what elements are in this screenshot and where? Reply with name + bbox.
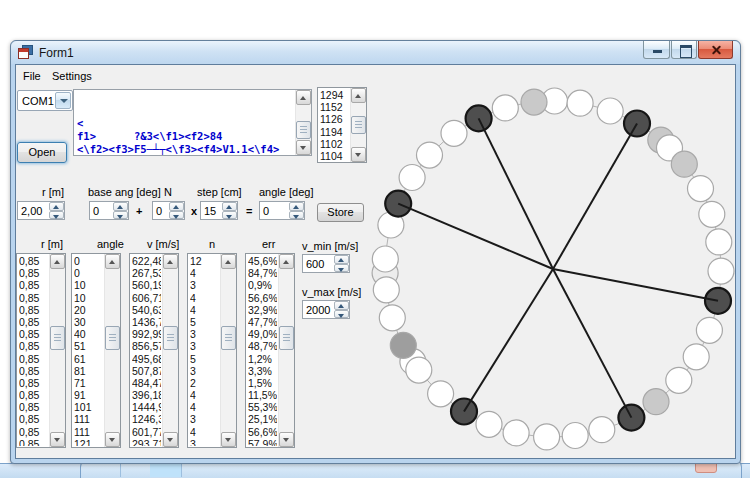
scroll-down-button[interactable]	[163, 432, 178, 447]
scroll-up-button[interactable]	[50, 254, 65, 269]
maximize-button[interactable]	[671, 41, 697, 59]
list-item[interactable]: 3	[190, 365, 219, 377]
base-ang-spinner[interactable]: 0	[89, 201, 129, 220]
spin-up-button[interactable]	[49, 202, 64, 211]
scroll-down-button[interactable]	[296, 140, 311, 155]
list-item[interactable]: 51	[74, 340, 103, 352]
scrollbar-thumb[interactable]	[279, 326, 294, 350]
scroll-up-button[interactable]	[221, 254, 236, 269]
list-item[interactable]: 0,85	[19, 413, 48, 425]
list-item[interactable]: 20	[74, 304, 103, 316]
list-item[interactable]: 856,57	[132, 340, 161, 352]
list-item[interactable]: 40	[74, 328, 103, 340]
list-item[interactable]: 606,71	[132, 292, 161, 304]
list-item[interactable]: 4	[190, 401, 219, 413]
r-listbox[interactable]: 0,850,850,850,850,850,850,850,850,850,85…	[16, 253, 66, 448]
list-item[interactable]: 396,18	[132, 389, 161, 401]
list-item[interactable]: 1246,3	[132, 413, 161, 425]
list-item[interactable]: 84,7%	[248, 267, 277, 279]
scroll-down-button[interactable]	[50, 432, 65, 447]
list-item[interactable]: 0,85	[19, 340, 48, 352]
list-item[interactable]: 3,3%	[248, 365, 277, 377]
spin-down-button[interactable]	[169, 211, 184, 220]
list-item[interactable]: 0,85	[19, 353, 48, 365]
list-item[interactable]: 507,87	[132, 365, 161, 377]
list-item[interactable]: 3	[190, 340, 219, 352]
list-item[interactable]: 5	[190, 353, 219, 365]
spin-down-button[interactable]	[113, 211, 128, 220]
scroll-up-button[interactable]	[105, 254, 120, 269]
list-item[interactable]: 3	[190, 413, 219, 425]
list-item[interactable]: 5	[190, 316, 219, 328]
list-item[interactable]: 55,3%	[248, 401, 277, 413]
list-item[interactable]: 0,85	[19, 279, 48, 291]
scrollbar-thumb[interactable]	[50, 326, 65, 350]
open-button[interactable]: Open	[17, 142, 67, 163]
list-item[interactable]: 2	[190, 377, 219, 389]
r-scrollbar[interactable]	[49, 254, 65, 447]
list-item[interactable]: <	[77, 117, 292, 130]
v-scrollbar[interactable]	[162, 254, 178, 447]
list-item[interactable]: 32,9%	[248, 304, 277, 316]
list-item[interactable]: 601,77	[132, 426, 161, 438]
list-item[interactable]: 12	[190, 255, 219, 267]
list-item[interactable]: 56,6%	[248, 426, 277, 438]
menu-item-file[interactable]: File	[19, 69, 45, 83]
list-item[interactable]: 56,6%	[248, 292, 277, 304]
list-item[interactable]: 3	[190, 279, 219, 291]
list-item[interactable]: 1436,7	[132, 316, 161, 328]
n-scrollbar[interactable]	[220, 254, 236, 447]
scroll-down-button[interactable]	[221, 432, 236, 447]
list-item[interactable]: 4	[190, 426, 219, 438]
list-item[interactable]: 0	[74, 267, 103, 279]
list-item[interactable]: 293,71	[132, 438, 161, 446]
scrollbar-thumb[interactable]	[105, 326, 120, 350]
scroll-up-button[interactable]	[163, 254, 178, 269]
list-item[interactable]: 3	[190, 328, 219, 340]
list-item[interactable]: 0	[74, 255, 103, 267]
list-item[interactable]: 484,47	[132, 377, 161, 389]
list-item[interactable]: 30	[74, 316, 103, 328]
v-listbox[interactable]: 622,48267,53560,19606,71540,631436,7992,…	[129, 253, 179, 448]
scrollbar-thumb[interactable]	[296, 121, 311, 139]
angle-spinner[interactable]: 0	[259, 201, 305, 220]
list-item[interactable]: 495,68	[132, 353, 161, 365]
r-spinner[interactable]: 2,00	[17, 201, 65, 220]
list-item[interactable]: 81	[74, 365, 103, 377]
list-item[interactable]: 0,85	[19, 267, 48, 279]
scrollbar-thumb[interactable]	[221, 326, 236, 350]
list-item[interactable]: 0,9%	[248, 279, 277, 291]
angle-listbox[interactable]: 0010102030405161817191101111111121	[71, 253, 121, 448]
list-item[interactable]: <\f2><f3>F5─┴┬<\f3><f4>V1.1<\f4>	[77, 143, 292, 156]
scroll-up-button[interactable]	[279, 254, 294, 269]
err-listbox[interactable]: 45,6%84,7%0,9%56,6%32,9%47,7%49,0%48,7%1…	[245, 253, 295, 448]
list-item[interactable]: 4	[190, 389, 219, 401]
scroll-down-button[interactable]	[279, 432, 294, 447]
chevron-down-icon[interactable]	[55, 92, 71, 109]
scroll-down-button[interactable]	[105, 432, 120, 447]
list-item[interactable]: 0,85	[19, 292, 48, 304]
list-item[interactable]: 0,85	[19, 438, 48, 446]
spin-up-button[interactable]	[113, 202, 128, 211]
list-item[interactable]: 10	[74, 279, 103, 291]
list-item[interactable]: 3	[190, 438, 219, 446]
n-listbox[interactable]: 12434453353244343	[187, 253, 237, 448]
spin-up-button[interactable]	[289, 202, 304, 211]
list-item[interactable]: 560,19	[132, 279, 161, 291]
minimize-button[interactable]	[643, 41, 670, 59]
spin-down-button[interactable]	[222, 211, 237, 220]
title-bar[interactable]: Form1	[11, 41, 740, 64]
list-item[interactable]: 10	[74, 292, 103, 304]
list-item[interactable]: 0,85	[19, 365, 48, 377]
list-item[interactable]: 121	[74, 438, 103, 446]
list-item[interactable]: 1,2%	[248, 353, 277, 365]
spin-down-button[interactable]	[49, 211, 64, 220]
scroll-up-button[interactable]	[296, 90, 311, 105]
terminal-scrollbar[interactable]	[295, 90, 311, 155]
list-item[interactable]: 57,9%	[248, 438, 277, 446]
serial-terminal[interactable]: <f1> ?&3<\f1><f2>84<\f2><f3>F5─┴┬<\f3><f…	[73, 89, 312, 156]
list-item[interactable]: 47,7%	[248, 316, 277, 328]
list-item[interactable]: 91	[74, 389, 103, 401]
list-item[interactable]: 111	[74, 413, 103, 425]
list-item[interactable]: 0,85	[19, 426, 48, 438]
